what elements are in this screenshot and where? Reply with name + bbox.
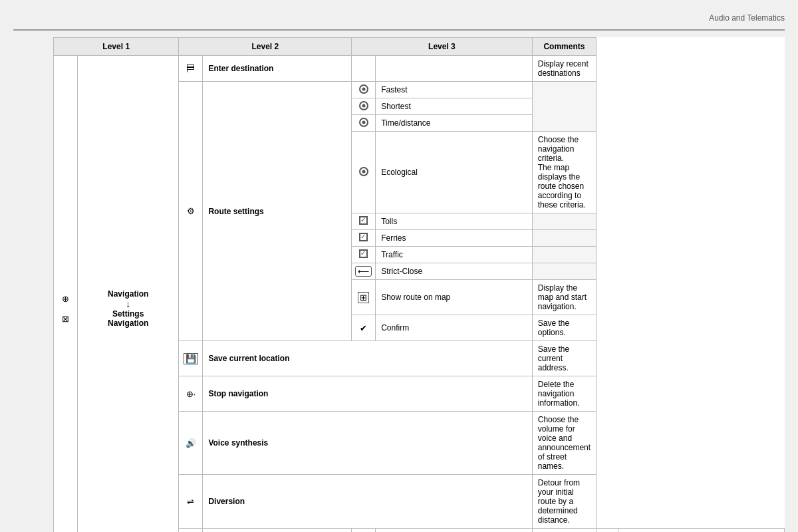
confirm-text: Confirm [376,315,533,341]
show-route-text: Show route on map [376,280,533,315]
col-header-level1: Level 1 [54,38,179,56]
traffic-text: Traffic [376,247,533,263]
comments-criteria-main: Choose the navigation criteria.The map d… [532,132,596,213]
radio-time-icon [352,115,376,132]
ecological-text: Ecological [376,132,533,213]
voice-synthesis-text: Voice synthesis [203,412,532,475]
strict-sym: ⟵ [355,266,372,277]
level1-nav2-text: Navigation [203,529,352,533]
crosshair-icon: ⊹ [352,529,376,533]
col-header-comments: Comments [532,38,596,56]
l3-empty-1 [352,56,376,82]
stop-nav-icon: ⊕· [179,376,203,412]
navigation-label2: Navigation [83,319,173,328]
main-table-container: Level 1 Level 2 Level 3 Comments ⊕ ⊠ Nav… [53,37,785,532]
cb-tolls-icon [352,213,376,230]
stop-nav-sym: ⊕· [186,389,196,399]
level1-nav-text: Navigation ↓ Settings Navigation [78,56,179,533]
comments-show-route: Display the map and start navigation. [532,280,596,315]
comments-route-criteria [532,82,596,132]
ferries-text: Ferries [376,230,533,247]
radio-eco-icon [352,132,376,213]
col-header-level3: Level 3 [352,38,533,56]
tolls-text: Tolls [376,213,533,230]
comments-save-loc: Save the current address. [532,341,596,376]
table-row: ⊕ ⊠ Navigation ↓ Settings Navigation ⛿ E… [54,56,785,82]
col-header-level2: Level 2 [179,38,352,56]
comments-diversion: Detour from your initial route by a dete… [532,475,596,529]
l3-text-mode-empty [532,529,596,533]
strict-close-icon: ⟵ [352,263,376,280]
diversion-text: Diversion [203,475,532,529]
strict-close-text: Strict-Close [376,263,533,280]
save-location-text: Save current location [203,341,532,376]
compass-icon: ⊕ [59,291,73,306]
nav-label: Navigation [83,289,173,299]
level1-nav2-icon: ⊕ [179,529,203,533]
l2-text-mode-empty [376,529,533,533]
comments-tolls [532,213,596,230]
comments-text-mode: Display in text mode. [618,529,785,533]
settings-label: Settings [83,309,173,319]
cb-ferries-icon [352,230,376,247]
show-route-icon: ⊞ [352,280,376,315]
route-settings-icon: ⚙ [179,82,203,341]
comments-traffic [532,247,596,263]
comments-ferries [532,230,596,247]
comments-enter-dest: Display recent destinations [532,56,596,82]
route-settings-sym: ⚙ [187,206,195,216]
time-distance-text: Time/distance [376,115,533,132]
arrow-down: ↓ [83,299,173,309]
l3-text-empty-1 [376,56,533,82]
flag-icon: ⛿ [186,63,196,74]
save-location-icon: 💾 [179,341,203,376]
flag-icon2: ⊠ [59,311,73,326]
save-sym: 💾 [184,353,198,364]
fastest-text: Fastest [376,82,533,98]
map-grid-sym: ⊞ [358,292,369,303]
confirm-icon: ✔ [352,315,376,341]
comments-strict [532,263,596,280]
route-settings-text: Route settings [203,82,352,341]
diversion-sym: ⇌ [187,497,194,507]
comments-stop-nav: Delete the navigation information. [532,376,596,412]
page-title: Audio and Telematics [709,13,785,23]
stop-nav-text: Stop navigation [203,376,532,412]
shortest-text: Shortest [376,98,533,115]
diversion-icon: ⇌ [179,475,203,529]
navigation-table: Level 1 Level 2 Level 3 Comments ⊕ ⊠ Nav… [53,37,785,532]
radio-shortest-icon [352,98,376,115]
radio-fastest-icon [352,82,376,98]
enter-dest-text: Enter destination [203,56,352,82]
page-header: Audio and Telematics [13,13,785,31]
voice-sym: 🔊 [186,438,196,448]
cb-traffic-icon [352,247,376,263]
enter-dest-icon-cell: ⛿ [179,56,203,82]
comments-confirm: Save the options. [532,315,596,341]
l3-text-mode-empty2 [597,529,618,533]
checkmark-sym: ✔ [360,323,367,333]
level1-nav-icon-cell: ⊕ ⊠ [54,56,78,533]
comments-voice: Choose the volume for voice and announce… [532,412,596,475]
voice-icon: 🔊 [179,412,203,475]
